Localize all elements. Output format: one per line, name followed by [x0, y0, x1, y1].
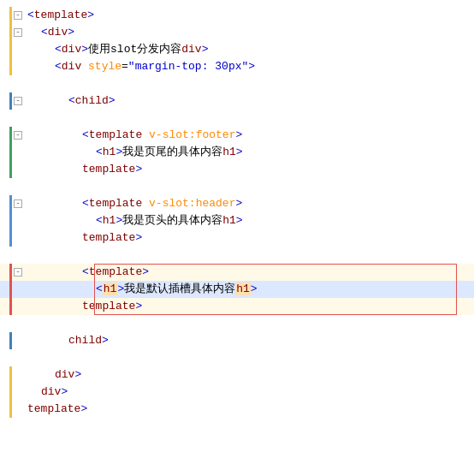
line-gutter [0, 281, 24, 298]
code-line: <h1>我是页尾的具体内容h1> [0, 144, 474, 161]
line-content: <template v-slot:header> [24, 195, 474, 212]
line-gutter: - [0, 195, 24, 212]
line-content: template> [24, 229, 474, 247]
code-line: child> [0, 332, 474, 349]
line-gutter [0, 366, 24, 384]
code-line [0, 75, 474, 92]
line-gutter [0, 247, 24, 264]
line-content: template> [24, 298, 474, 315]
code-line: template> [0, 401, 474, 418]
code-line [0, 349, 474, 366]
line-content [24, 110, 474, 127]
code-editor: -<template>-<div><div>使用slot分发内容div><div… [0, 0, 474, 425]
line-content: <template> [24, 264, 474, 281]
line-content: div> [24, 384, 474, 401]
code-line: template> [0, 229, 474, 247]
line-content [24, 349, 474, 366]
code-line: <div>使用slot分发内容div> [0, 41, 474, 58]
line-gutter [0, 41, 24, 58]
fold-icon[interactable]: - [14, 28, 22, 37]
line-gutter: - [0, 24, 24, 41]
code-line: div> [0, 366, 474, 384]
line-gutter: - [0, 264, 24, 281]
line-content: div> [24, 366, 474, 384]
code-line [0, 247, 474, 264]
line-content [24, 247, 474, 264]
fold-icon[interactable]: - [14, 11, 22, 20]
line-content [24, 315, 474, 332]
code-line [0, 110, 474, 127]
code-line [0, 315, 474, 332]
line-gutter: - [0, 7, 24, 24]
line-content: <child> [24, 92, 474, 110]
line-gutter [0, 178, 24, 195]
code-line: -<div> [0, 24, 474, 41]
code-line: <h1>我是默认插槽具体内容h1> [0, 281, 474, 298]
code-line: -<child> [0, 92, 474, 110]
line-content: <template v-slot:footer> [24, 127, 474, 144]
line-content: <div> [24, 24, 474, 41]
code-line: template> [0, 161, 474, 178]
line-gutter [0, 110, 24, 127]
code-line: -<template> [0, 264, 474, 281]
line-content: <h1>我是页头的具体内容h1> [24, 212, 474, 229]
line-content: <h1>我是默认插槽具体内容h1> [24, 281, 474, 298]
line-content [24, 75, 474, 92]
line-content: <template> [24, 7, 474, 24]
line-gutter [0, 161, 24, 178]
line-gutter [0, 144, 24, 161]
line-gutter [0, 229, 24, 247]
code-line: -<template> [0, 7, 474, 24]
code-line [0, 178, 474, 195]
fold-icon[interactable]: - [14, 131, 22, 140]
fold-icon[interactable]: - [14, 199, 22, 208]
line-content [24, 178, 474, 195]
code-line: -<template v-slot:footer> [0, 127, 474, 144]
code-line: <div style="margin-top: 30px"> [0, 58, 474, 75]
line-gutter [0, 298, 24, 315]
line-gutter [0, 212, 24, 229]
line-gutter [0, 349, 24, 366]
code-line: div> [0, 384, 474, 401]
line-content: <div style="margin-top: 30px"> [24, 58, 474, 75]
line-gutter [0, 401, 24, 418]
line-content: child> [24, 332, 474, 349]
line-gutter [0, 332, 24, 349]
line-gutter: - [0, 127, 24, 144]
line-content: template> [24, 401, 474, 418]
line-gutter [0, 58, 24, 75]
fold-icon[interactable]: - [14, 268, 22, 277]
line-gutter [0, 384, 24, 401]
code-line: -<template v-slot:header> [0, 195, 474, 212]
line-gutter: - [0, 92, 24, 110]
code-line: template> [0, 298, 474, 315]
line-content: <div>使用slot分发内容div> [24, 41, 474, 58]
line-content: <h1>我是页尾的具体内容h1> [24, 144, 474, 161]
line-gutter [0, 315, 24, 332]
line-gutter [0, 75, 24, 92]
code-line: <h1>我是页头的具体内容h1> [0, 212, 474, 229]
line-content: template> [24, 161, 474, 178]
fold-icon[interactable]: - [14, 97, 22, 105]
